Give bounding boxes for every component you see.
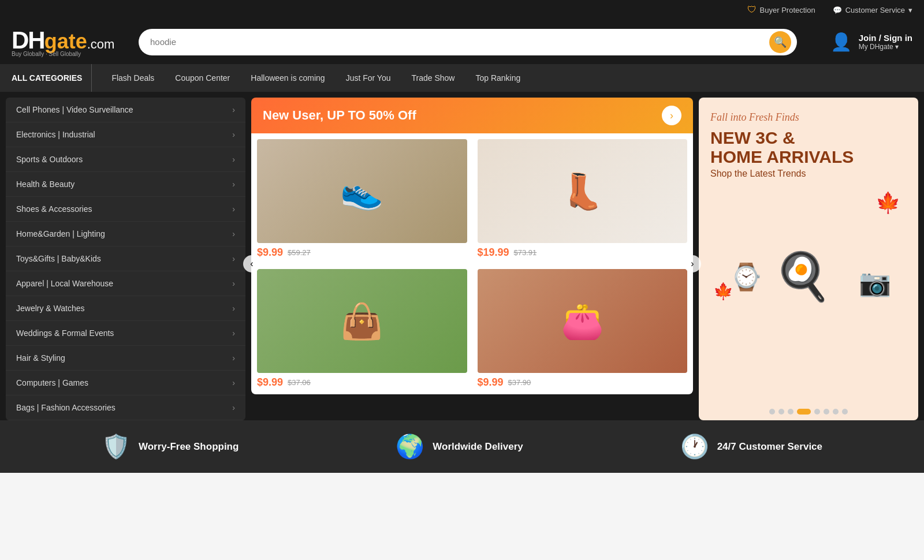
all-categories-nav[interactable]: ALL CATEGORIES [12,64,92,92]
sidebar-item-home-garden[interactable]: Home&Garden | Lighting › [6,222,245,247]
chevron-right-icon: › [232,378,235,387]
product-image-4: 👛 [478,269,688,373]
nav-flash-deals[interactable]: Flash Deals [101,64,165,92]
top-bar: 🛡 Buyer Protection 💬 Customer Service ▾ [0,0,924,20]
footer-worldwide: 🌍 Worldwide Delivery [396,433,523,460]
user-links: Join / Sign in My DHgate ▾ [859,33,912,51]
shield-icon: 🛡 [747,5,757,15]
price-new-3: $9.99 [257,376,283,389]
my-dhgate-link[interactable]: My DHgate ▾ [859,43,912,51]
chevron-right-icon: › [232,204,235,214]
dot-1[interactable] [769,409,775,415]
header: DHgate.com Buy Globally · Sell Globally … [0,20,924,64]
sidebar-item-electronics[interactable]: Electronics | Industrial › [6,122,245,147]
chevron-down-icon: ▾ [908,6,912,14]
price-new-1: $9.99 [257,247,283,259]
right-banner: Fall into Fresh Finds NEW 3C &HOME ARRIV… [699,98,918,420]
sidebar-item-cell-phones[interactable]: Cell Phones | Video Surveillance › [6,98,245,122]
banner-dots [699,403,918,420]
chevron-right-icon: › [232,155,235,164]
promo-banner[interactable]: New User, UP TO 50% Off › [251,98,693,133]
price-new-2: $19.99 [478,247,509,259]
sidebar-item-sports[interactable]: Sports & Outdoors › [6,147,245,172]
sidebar-item-computers[interactable]: Computers | Games › [6,371,245,395]
sidebar-item-weddings[interactable]: Weddings & Formal Events › [6,321,245,346]
dot-2[interactable] [778,409,784,415]
customer-service-label: Customer Service [845,6,905,14]
customer-service-footer-label: 24/7 Customer Service [717,441,822,453]
price-old-1: $59.27 [288,248,311,257]
sidebar-item-jewelry[interactable]: Jewelry & Watches › [6,296,245,321]
search-button[interactable]: 🔍 [769,31,791,53]
product-image-3: 👜 [257,269,467,373]
price-old-4: $37.90 [508,378,531,387]
price-old-2: $73.91 [514,248,537,257]
globe-icon: 🌍 [396,433,424,460]
maple-leaf-icon-2: 🍁 [713,282,733,301]
dot-7[interactable] [833,409,839,415]
logo[interactable]: DHgate.com Buy Globally · Sell Globally [12,27,127,57]
sidebar-item-health-beauty[interactable]: Health & Beauty › [6,172,245,197]
logo-gate: gate [44,29,87,53]
sidebar-item-toys[interactable]: Toys&Gifts | Baby&Kids › [6,247,245,271]
airfryer-icon: 🍳 [774,249,832,304]
worry-free-label: Worry-Free Shopping [139,441,239,453]
sidebar-item-hair[interactable]: Hair & Styling › [6,346,245,371]
chevron-right-icon: › [232,353,235,363]
user-icon: 👤 [830,32,852,52]
dot-6[interactable] [824,409,829,415]
chevron-right-icon: › [232,304,235,313]
buyer-protection-link[interactable]: 🛡 Buyer Protection [747,5,815,15]
dot-8[interactable] [842,409,848,415]
logo-com: .com [87,37,115,51]
nav-coupon-center[interactable]: Coupon Center [165,64,240,92]
product-price-2: $19.99 $73.91 [478,247,688,259]
nav-halloween[interactable]: Halloween is coming [240,64,335,92]
footer-strip: 🛡️ Worry-Free Shopping 🌍 Worldwide Deliv… [0,420,924,473]
logo-dh: DH [12,27,44,54]
product-card-2[interactable]: 👢 $19.99 $73.91 [473,135,692,263]
slider-next-button[interactable]: › [684,255,701,272]
buyer-protection-label: Buyer Protection [760,6,815,14]
chevron-right-icon: › [232,180,235,189]
dot-5[interactable] [814,409,820,415]
join-signin-link[interactable]: Join / Sign in [859,33,912,43]
customer-service-link[interactable]: 💬 Customer Service ▾ [833,6,912,14]
chevron-right-icon: › [232,328,235,338]
promo-arrow-button[interactable]: › [662,106,681,125]
watch-icon: ⌚ [730,262,762,292]
camera-icon: 📷 [859,267,891,298]
dot-3[interactable] [788,409,793,415]
chevron-right-icon: › [232,279,235,288]
sidebar-item-bags[interactable]: Bags | Fashion Accessories › [6,395,245,420]
product-card-4[interactable]: 👛 $9.99 $37.90 [473,264,692,393]
header-user: 👤 Join / Sign in My DHgate ▾ [808,32,912,52]
footer-customer-service: 🕐 24/7 Customer Service [680,433,822,460]
main-content: Cell Phones | Video Surveillance › Elect… [0,92,924,420]
sidebar-item-apparel[interactable]: Apparel | Local Warehouse › [6,271,245,296]
maple-leaf-icon: 🍁 [875,191,901,215]
fall-tagline: Fall into Fresh Finds [710,111,907,124]
showcase-products: ⌚ 🍳 📷 🍁 🍁 [710,188,907,304]
worldwide-delivery-label: Worldwide Delivery [433,441,523,453]
nav-just-for-you[interactable]: Just For You [336,64,401,92]
arrivals-title: NEW 3C &HOME ARRIVALS [710,128,907,166]
price-old-3: $37.06 [288,378,311,387]
slider-prev-button[interactable]: ‹ [243,255,260,272]
promo-text: New User, UP TO 50% Off [263,108,416,123]
product-price-3: $9.99 $37.06 [257,376,467,389]
dot-4-active[interactable] [797,409,811,415]
sidebar-item-shoes[interactable]: Shoes & Accessories › [6,197,245,222]
price-new-4: $9.99 [478,376,504,389]
chevron-right-icon: › [232,229,235,238]
product-card-3[interactable]: 👜 $9.99 $37.06 [252,264,472,393]
chat-icon: 💬 [833,6,842,14]
nav-top-ranking[interactable]: Top Ranking [465,64,531,92]
nav-trade-show[interactable]: Trade Show [401,64,465,92]
product-price-4: $9.99 $37.90 [478,376,688,389]
center-content: New User, UP TO 50% Off › ‹ › 👟 $9.99 $5… [251,98,693,420]
search-input[interactable] [150,37,769,47]
product-card-1[interactable]: 👟 $9.99 $59.27 [252,135,472,263]
logo-tagline: Buy Globally · Sell Globally [12,51,114,57]
chevron-right-icon: › [232,130,235,139]
